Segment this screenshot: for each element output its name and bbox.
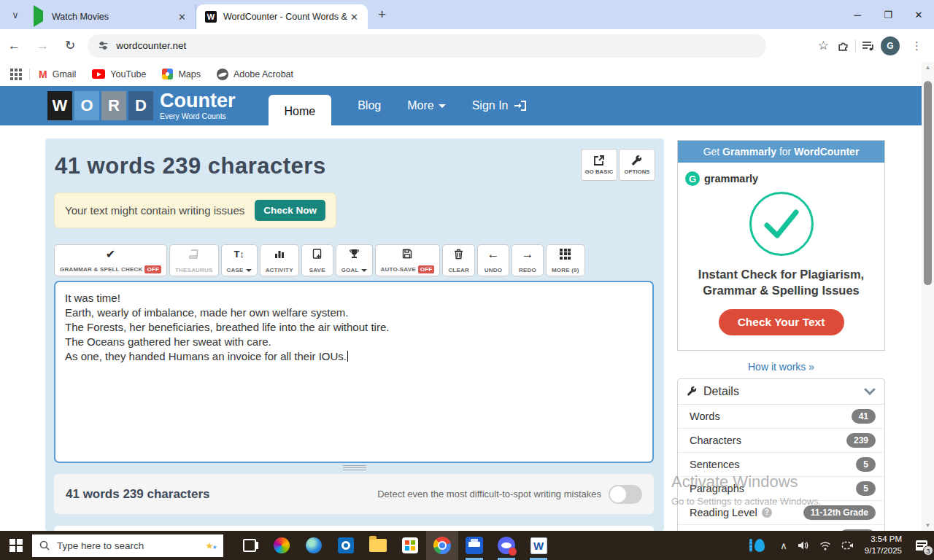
outlook-button[interactable] <box>330 531 362 560</box>
word-button[interactable]: W <box>522 531 555 560</box>
check-now-button[interactable]: Check Now <box>255 200 325 221</box>
redo-button[interactable]: → REDO <box>512 244 544 276</box>
nav-signin[interactable]: Sign In <box>472 99 528 112</box>
volume-icon[interactable] <box>798 540 809 551</box>
grammar-spell-check-button[interactable]: ✔ GRAMMAR & SPELL CHECKOFF <box>54 244 167 276</box>
store-button[interactable] <box>394 531 426 560</box>
folder-icon <box>369 539 387 552</box>
url-field[interactable]: wordcounter.net <box>88 34 766 58</box>
options-button[interactable]: OPTIONS <box>619 149 655 181</box>
page-scrollbar[interactable]: ▲ ▼ <box>922 62 934 531</box>
grammarly-ad[interactable]: Get Grammarly for WordCounter G grammarl… <box>677 140 885 351</box>
outlook-icon <box>338 537 354 553</box>
notification-center-button[interactable]: 3 <box>909 531 934 560</box>
chrome-button[interactable] <box>426 531 458 560</box>
maps-icon <box>162 69 173 79</box>
scrollbar-thumb[interactable] <box>924 81 932 285</box>
main-nav: Home Blog More Sign In <box>269 86 528 125</box>
printer-app-button[interactable] <box>458 531 490 560</box>
bookmark-star-icon[interactable]: ☆ <box>810 38 837 53</box>
site-settings-icon[interactable] <box>98 40 109 51</box>
details-row-paragraphs: Paragraphs 5 <box>678 477 884 501</box>
start-button[interactable] <box>0 531 32 560</box>
bookmark-youtube[interactable]: YouTube <box>92 69 146 79</box>
tab-wordcounter[interactable]: W WordCounter - Count Words & ✕ <box>196 4 368 29</box>
undo-button[interactable]: ← UNDO <box>477 244 509 276</box>
sparkle-icon: ★★ <box>205 540 216 551</box>
bookmark-maps[interactable]: Maps <box>162 69 201 79</box>
wifi-icon[interactable] <box>819 541 831 551</box>
nav-home[interactable]: Home <box>269 95 332 134</box>
detect-toggle[interactable] <box>609 485 642 504</box>
details-row-words: Words 41 <box>678 405 884 429</box>
apps-grid-icon[interactable] <box>10 69 22 80</box>
tab-close-icon[interactable]: ✕ <box>348 12 360 23</box>
task-view-button[interactable] <box>234 531 266 560</box>
logo-name: Counter <box>160 91 236 111</box>
chevron-down-icon <box>361 269 367 272</box>
case-button[interactable]: T↕ CASE <box>221 244 258 276</box>
sidebar: Get Grammarly for WordCounter G grammarl… <box>677 140 885 560</box>
how-it-works-link[interactable]: How it works » <box>677 361 885 373</box>
tab-close-icon[interactable]: ✕ <box>176 12 188 23</box>
save-button[interactable]: SAVE <box>301 244 333 276</box>
goal-button[interactable]: GOAL <box>336 244 373 276</box>
resize-handle[interactable] <box>343 465 366 470</box>
editor-line: It was time! <box>65 291 643 306</box>
tab-watch-movies[interactable]: Watch Movies ✕ <box>25 4 196 29</box>
more-button[interactable]: MORE (9) <box>546 244 585 276</box>
details-header[interactable]: Details <box>678 379 884 405</box>
clock[interactable]: 3:54 PM 9/17/2025 <box>865 534 902 556</box>
chevron-down-icon[interactable] <box>864 388 876 395</box>
wordcounter-logo[interactable]: W O R D Counter Every Word Counts <box>47 91 236 120</box>
bookmark-gmail[interactable]: MGmail <box>39 69 76 80</box>
media-controls-icon[interactable] <box>862 40 875 52</box>
clear-button[interactable]: CLEAR <box>442 244 475 276</box>
grammarly-brand: grammarly <box>704 173 758 184</box>
camera-tray-icon[interactable] <box>841 540 854 551</box>
word-icon: W <box>530 537 547 554</box>
weather-icon[interactable] <box>749 539 765 552</box>
restore-button[interactable]: ❐ <box>873 0 903 29</box>
file-explorer-button[interactable] <box>362 531 394 560</box>
browser-menu-icon[interactable]: ⋮ <box>906 39 928 52</box>
bookmark-acrobat[interactable]: Adobe Acrobat <box>217 69 293 80</box>
tab-title: Watch Movies <box>52 12 176 22</box>
chevron-down-icon <box>439 104 446 108</box>
activity-button[interactable]: ACTIVITY <box>260 244 299 276</box>
text-cursor <box>347 351 348 362</box>
copilot-button[interactable] <box>266 531 298 560</box>
youtube-icon <box>92 69 105 79</box>
close-button[interactable]: ✕ <box>903 0 934 29</box>
minimize-button[interactable]: ─ <box>842 0 873 29</box>
edge-button[interactable] <box>298 531 330 560</box>
new-tab-button[interactable]: + <box>378 7 386 23</box>
nav-more[interactable]: More <box>407 99 445 112</box>
value-badge: 41 <box>852 409 876 424</box>
reload-icon[interactable]: ↻ <box>57 38 83 53</box>
url-text: wordcounter.net <box>116 40 186 51</box>
profile-avatar[interactable]: G <box>881 36 900 55</box>
tray-chevron-icon[interactable]: ∧ <box>780 540 787 551</box>
help-icon[interactable]: ? <box>762 508 772 518</box>
back-icon[interactable]: ← <box>0 39 28 53</box>
go-basic-button[interactable]: GO BASIC <box>581 149 617 181</box>
text-editor[interactable]: It was time! Earth, wearly of imbalance,… <box>54 281 654 463</box>
grammarly-headline: Instant Check for Plagiarism, Grammar & … <box>678 266 884 299</box>
tab-search-chevron-icon[interactable]: ∨ <box>6 5 25 24</box>
thesaurus-button[interactable]: THESAURUS <box>169 244 219 276</box>
grid-icon <box>560 248 571 260</box>
chrome-icon <box>433 537 451 554</box>
grammarly-ad-header: Get Grammarly for WordCounter <box>678 141 884 163</box>
extensions-icon[interactable] <box>837 39 849 52</box>
editor-footer: 41 words 239 characters Detect even the … <box>54 474 654 514</box>
nav-blog[interactable]: Blog <box>358 99 381 112</box>
scroll-down-icon[interactable]: ▼ <box>922 520 934 531</box>
discord-button[interactable] <box>490 531 522 560</box>
taskbar-search[interactable]: Type here to search ★★ <box>32 534 223 557</box>
wrench-icon <box>687 386 698 397</box>
scroll-up-icon[interactable]: ▲ <box>922 62 934 73</box>
forward-icon[interactable]: → <box>28 39 57 53</box>
auto-save-button[interactable]: AUTO-SAVEOFF <box>375 244 441 276</box>
check-your-text-button[interactable]: Check Your Text <box>719 309 844 335</box>
